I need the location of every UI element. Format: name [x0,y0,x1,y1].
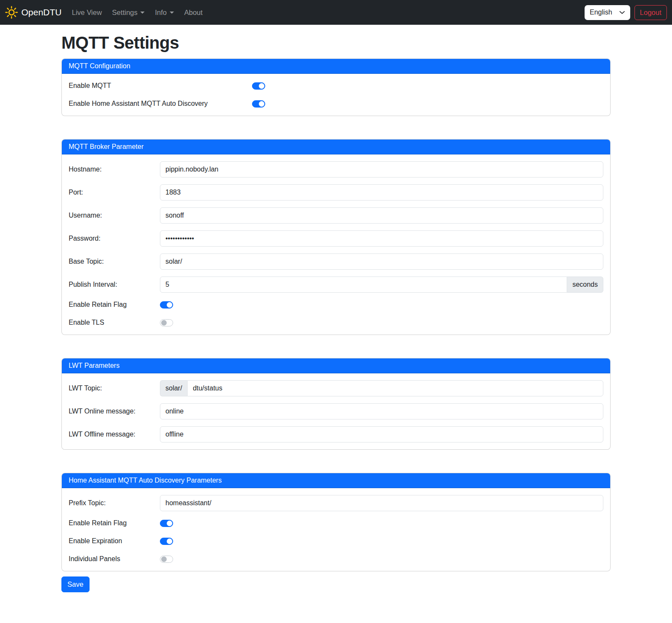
prefix-topic-label: Prefix Topic: [69,499,160,507]
publish-interval-input[interactable] [160,277,567,293]
form-row: Enable Retain Flag [69,518,603,528]
sun-logo-icon [5,6,18,19]
form-row: Enable Home Assistant MQTT Auto Discover… [69,99,603,109]
lwt-online-message-label: LWT Online message: [69,408,160,415]
password-label: Password: [69,235,160,242]
card-body: Prefix Topic: Enable Retain Flag Enable … [62,488,610,571]
form-row: Enable Retain Flag [69,300,603,310]
nav-info[interactable]: Info [150,5,179,20]
language-select-value: English [590,9,612,16]
enable-tls-label: Enable TLS [69,319,160,326]
card-header-ha-auto-discovery: Home Assistant MQTT Auto Discovery Param… [62,473,610,488]
lwt-topic-input[interactable] [187,380,603,396]
form-row: Publish Interval: seconds [69,277,603,293]
card-header-mqtt-configuration: MQTT Configuration [62,59,610,74]
card-ha-auto-discovery-parameters: Home Assistant MQTT Auto Discovery Param… [61,473,611,571]
form-row: Prefix Topic: [69,495,603,511]
base-topic-label: Base Topic: [69,258,160,265]
ha-enable-retain-flag-label: Enable Retain Flag [69,519,160,527]
publish-interval-unit: seconds [567,277,603,293]
chevron-down-icon [140,12,145,14]
base-topic-input[interactable] [160,253,603,270]
form-row: Enable Expiration [69,536,603,546]
card-mqtt-broker-parameter: MQTT Broker Parameter Hostname: Port: Us… [61,139,611,335]
form-row: Hostname: [69,161,603,178]
form-row: LWT Offline message: [69,426,603,443]
individual-panels-toggle[interactable] [160,556,173,563]
ha-enable-retain-flag-toggle[interactable] [160,520,173,527]
publish-interval-label: Publish Interval: [69,281,160,288]
language-select[interactable]: English [585,5,630,20]
username-input[interactable] [160,207,603,224]
logout-button[interactable]: Logout [634,5,667,20]
brand-label: OpenDTU [21,7,62,17]
form-row: LWT Topic: solar/ [69,380,603,396]
chevron-down-icon [619,9,625,15]
card-lwt-parameters: LWT Parameters LWT Topic: solar/ LWT Onl… [61,358,611,450]
form-row: Enable MQTT [69,81,603,91]
page-title: MQTT Settings [61,33,611,52]
enable-expiration-toggle[interactable] [160,538,173,545]
nav-about[interactable]: About [179,5,208,20]
form-row: LWT Online message: [69,403,603,419]
enable-ha-auto-discovery-label: Enable Home Assistant MQTT Auto Discover… [69,100,252,108]
password-input[interactable] [160,230,603,247]
enable-expiration-label: Enable Expiration [69,537,160,545]
form-row: Port: [69,184,603,201]
card-mqtt-configuration: MQTT Configuration Enable MQTT Enable Ho… [61,58,611,116]
card-body: LWT Topic: solar/ LWT Online message: LW… [62,373,610,449]
form-row: Username: [69,207,603,224]
form-row: Enable TLS [69,317,603,328]
save-button[interactable]: Save [61,576,90,592]
username-label: Username: [69,212,160,219]
enable-tls-toggle[interactable] [160,319,173,326]
prefix-topic-input[interactable] [160,495,603,511]
main-container: MQTT Settings MQTT Configuration Enable … [61,33,611,592]
card-header-lwt-parameters: LWT Parameters [62,358,610,373]
lwt-topic-label: LWT Topic: [69,384,160,392]
hostname-label: Hostname: [69,166,160,173]
card-header-mqtt-broker-parameter: MQTT Broker Parameter [62,140,610,154]
nav-settings[interactable]: Settings [107,5,150,20]
port-input[interactable] [160,184,603,201]
form-row: Individual Panels [69,554,603,564]
broker-enable-retain-flag-label: Enable Retain Flag [69,301,160,309]
card-body: Hostname: Port: Username: Password: Base… [62,154,610,335]
lwt-offline-message-input[interactable] [160,426,603,443]
lwt-online-message-input[interactable] [160,403,603,419]
navbar-right: English Logout [585,5,667,20]
lwt-topic-prefix: solar/ [160,380,187,396]
broker-enable-retain-flag-toggle[interactable] [160,301,173,309]
hostname-input[interactable] [160,161,603,178]
form-row: Password: [69,230,603,247]
nav-live-view[interactable]: Live View [67,5,107,20]
chevron-down-icon [170,12,174,14]
port-label: Port: [69,189,160,196]
lwt-offline-message-label: LWT Offline message: [69,431,160,438]
form-row: Base Topic: [69,253,603,270]
enable-mqtt-label: Enable MQTT [69,82,252,90]
enable-mqtt-toggle[interactable] [252,82,265,90]
enable-ha-auto-discovery-toggle[interactable] [252,100,265,108]
card-body: Enable MQTT Enable Home Assistant MQTT A… [62,74,610,116]
nav-links: Live View Settings Info About [67,5,208,20]
individual-panels-label: Individual Panels [69,555,160,563]
brand[interactable]: OpenDTU [5,6,62,19]
navbar: OpenDTU Live View Settings Info About En… [0,0,672,25]
